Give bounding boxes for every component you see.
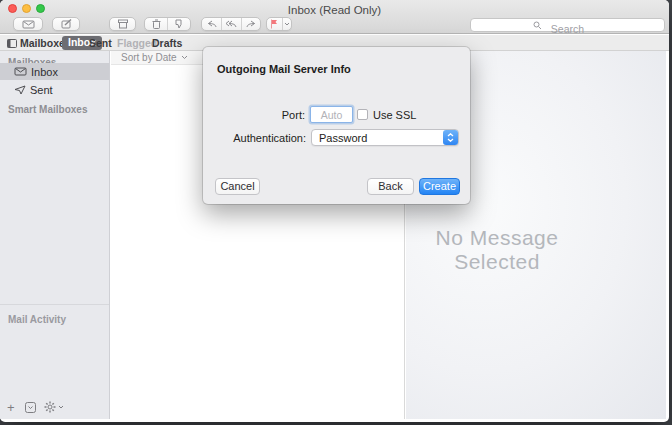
paper-plane-icon	[14, 85, 26, 95]
compose-icon	[61, 19, 72, 29]
show-hide-panel-button[interactable]	[25, 402, 36, 413]
reply-group	[201, 17, 261, 31]
forward-icon	[246, 20, 256, 28]
sidebar-divider	[0, 304, 109, 305]
thumbs-down-icon	[174, 19, 184, 29]
archive-button[interactable]	[109, 17, 136, 31]
authentication-value: Password	[319, 132, 443, 144]
port-input[interactable]	[311, 107, 352, 122]
sidebar-item-inbox[interactable]: Inbox	[0, 63, 109, 80]
chevron-down-icon	[284, 22, 290, 26]
sidebar-item-sent[interactable]: Sent	[0, 81, 109, 98]
favorite-sent[interactable]: Sent	[89, 37, 112, 49]
gear-icon	[44, 401, 56, 413]
flag-button[interactable]	[267, 18, 282, 30]
authentication-label: Authentication:	[203, 132, 306, 144]
panel-chevron-icon	[25, 402, 36, 413]
flag-menu-button[interactable]	[282, 18, 291, 30]
chevron-down-icon	[58, 405, 64, 409]
sidebar-bottom-bar: +	[0, 399, 109, 415]
get-mail-button[interactable]	[13, 17, 43, 31]
trash-icon	[152, 19, 161, 29]
chevron-down-icon	[181, 55, 188, 60]
search-field[interactable]	[470, 18, 665, 32]
reply-all-icon	[225, 20, 237, 28]
port-field[interactable]	[310, 106, 353, 123]
create-button[interactable]: Create	[419, 178, 460, 195]
toolbar: Inbox (Read Only)	[0, 0, 669, 34]
mail-activity-header: Mail Activity	[8, 314, 66, 325]
reply-button[interactable]	[202, 18, 221, 30]
compose-button[interactable]	[52, 17, 80, 31]
action-menu-button[interactable]	[44, 401, 64, 413]
search-input[interactable]	[471, 23, 664, 35]
mail-window: Inbox (Read Only)	[0, 0, 669, 422]
sidebar-item-label: Sent	[30, 84, 53, 96]
favorite-drafts[interactable]: Drafts	[152, 37, 182, 49]
sidebar: Mailboxes Inbox Sent Smart Mailboxes Mai…	[0, 51, 110, 419]
flag-group	[266, 17, 292, 31]
sidebar-icon	[7, 39, 17, 48]
dialog-title: Outgoing Mail Server Info	[217, 63, 351, 75]
smart-mailboxes-section-header: Smart Mailboxes	[8, 104, 87, 115]
junk-button[interactable]	[167, 18, 190, 30]
sidebar-item-label: Inbox	[31, 66, 58, 78]
forward-button[interactable]	[241, 18, 260, 30]
back-button[interactable]: Back	[367, 178, 414, 195]
flag-icon	[270, 19, 278, 29]
add-mailbox-button[interactable]: +	[7, 400, 15, 415]
sort-label: Sort by Date	[121, 52, 177, 63]
use-ssl-checkbox[interactable]	[357, 109, 368, 120]
port-label: Port:	[203, 109, 305, 121]
use-ssl-label: Use SSL	[373, 109, 416, 121]
reply-icon	[207, 20, 217, 28]
delete-junk-group	[144, 17, 191, 31]
reply-all-button[interactable]	[221, 18, 240, 30]
envelope-icon	[14, 67, 27, 76]
search-icon	[533, 21, 542, 30]
authentication-popup[interactable]: Password	[311, 129, 459, 146]
cancel-button[interactable]: Cancel	[215, 178, 260, 195]
archive-icon	[117, 19, 129, 29]
window-title: Inbox (Read Only)	[0, 4, 669, 16]
no-message-text: No Message Selected	[406, 226, 588, 274]
trash-button[interactable]	[145, 18, 167, 30]
popup-stepper-icon	[443, 130, 458, 145]
outgoing-mail-server-dialog: Outgoing Mail Server Info Port: Use SSL …	[203, 47, 470, 204]
envelope-icon	[22, 20, 35, 29]
